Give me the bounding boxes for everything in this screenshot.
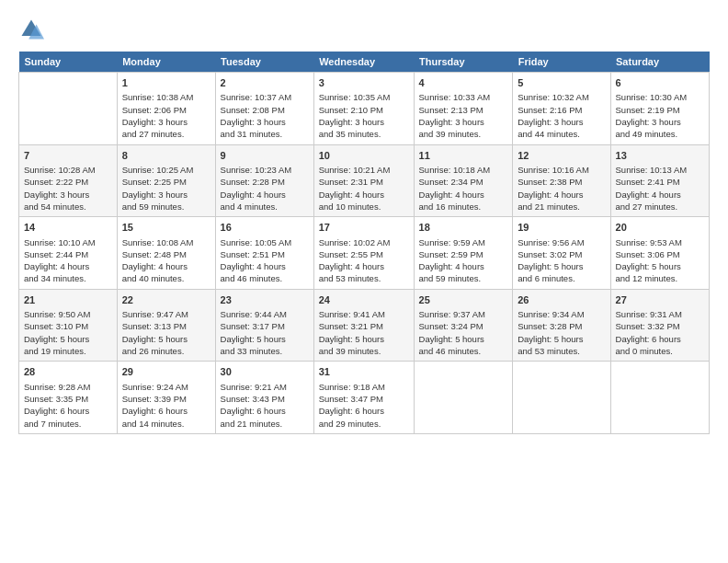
cell-content-line: Daylight: 4 hours (319, 189, 409, 201)
cell-content-line: Daylight: 3 hours (518, 116, 605, 128)
cell-content-line: Daylight: 5 hours (319, 333, 409, 345)
day-number: 25 (419, 293, 508, 307)
cell-content-line: Daylight: 4 hours (518, 189, 605, 201)
cell-content-line: Daylight: 6 hours (122, 405, 210, 417)
cell-content-line: Sunset: 3:28 PM (518, 320, 605, 332)
cell-content-line: and 39 minutes. (419, 128, 508, 140)
cell-content-line: and 53 minutes. (518, 345, 605, 357)
day-number: 14 (24, 221, 112, 235)
calendar-cell: 30Sunrise: 9:21 AMSunset: 3:43 PMDayligh… (215, 362, 313, 434)
day-number: 27 (616, 293, 704, 307)
week-row-3: 14Sunrise: 10:10 AMSunset: 2:44 PMDaylig… (19, 217, 710, 290)
cell-content-line: Sunset: 3:13 PM (122, 320, 210, 332)
cell-content-line: and 27 minutes. (616, 201, 704, 213)
cell-content-line: Sunset: 2:13 PM (419, 104, 508, 116)
header (18, 17, 710, 42)
calendar-cell: 6Sunrise: 10:30 AMSunset: 2:19 PMDayligh… (610, 73, 709, 145)
cell-content-line: Sunset: 2:41 PM (616, 176, 704, 188)
day-number: 28 (24, 365, 112, 379)
calendar-cell (610, 362, 709, 434)
day-number: 26 (518, 293, 605, 307)
day-number: 1 (122, 76, 210, 90)
cell-content-line: Sunrise: 10:08 AM (122, 236, 210, 248)
cell-content-line: Sunrise: 9:31 AM (616, 308, 704, 320)
cell-content-line: and 21 minutes. (221, 418, 309, 430)
week-row-5: 28Sunrise: 9:28 AMSunset: 3:35 PMDayligh… (19, 362, 710, 434)
cell-content-line: Sunset: 3:17 PM (221, 320, 309, 332)
cell-content-line: Sunrise: 10:25 AM (122, 164, 210, 176)
calendar-cell: 2Sunrise: 10:37 AMSunset: 2:08 PMDayligh… (215, 73, 313, 145)
calendar-cell: 11Sunrise: 10:18 AMSunset: 2:34 PMDaylig… (414, 144, 513, 217)
day-number: 8 (122, 149, 210, 163)
cell-content-line: Daylight: 3 hours (24, 189, 112, 201)
cell-content-line: Sunset: 3:21 PM (319, 320, 409, 332)
cell-content-line: Sunrise: 9:21 AM (221, 381, 309, 393)
cell-content-line: Daylight: 5 hours (419, 333, 508, 345)
cell-content-line: Daylight: 4 hours (419, 189, 508, 201)
cell-content-line: and 44 minutes. (518, 128, 605, 140)
cell-content-line: Sunset: 2:51 PM (221, 248, 309, 260)
cell-content-line: and 4 minutes. (221, 201, 309, 213)
cell-content-line: Daylight: 6 hours (319, 405, 409, 417)
calendar-cell: 21Sunrise: 9:50 AMSunset: 3:10 PMDayligh… (19, 289, 118, 362)
cell-content-line: Sunrise: 9:41 AM (319, 308, 409, 320)
cell-content-line: Sunrise: 10:16 AM (518, 164, 605, 176)
cell-content-line: Sunset: 3:32 PM (616, 320, 704, 332)
calendar-page: SundayMondayTuesdayWednesdayThursdayFrid… (0, 0, 728, 563)
cell-content-line: Daylight: 5 hours (616, 260, 704, 272)
calendar-cell: 5Sunrise: 10:32 AMSunset: 2:16 PMDayligh… (513, 73, 610, 145)
cell-content-line: Sunset: 2:16 PM (518, 104, 605, 116)
cell-content-line: and 19 minutes. (24, 345, 112, 357)
week-row-4: 21Sunrise: 9:50 AMSunset: 3:10 PMDayligh… (19, 289, 710, 362)
cell-content-line: and 34 minutes. (24, 272, 112, 284)
calendar-cell: 14Sunrise: 10:10 AMSunset: 2:44 PMDaylig… (19, 217, 118, 290)
calendar-table: SundayMondayTuesdayWednesdayThursdayFrid… (18, 52, 710, 434)
logo (18, 17, 48, 42)
cell-content-line: Daylight: 3 hours (221, 116, 309, 128)
cell-content-line: Sunset: 2:48 PM (122, 248, 210, 260)
day-number: 29 (122, 365, 210, 379)
calendar-cell: 19Sunrise: 9:56 AMSunset: 3:02 PMDayligh… (513, 217, 610, 290)
day-number: 4 (419, 76, 508, 90)
day-number: 10 (319, 149, 409, 163)
calendar-cell: 9Sunrise: 10:23 AMSunset: 2:28 PMDayligh… (215, 144, 313, 217)
day-number: 31 (319, 365, 409, 379)
day-number: 15 (122, 221, 210, 235)
cell-content-line: and 46 minutes. (419, 345, 508, 357)
calendar-cell: 13Sunrise: 10:13 AMSunset: 2:41 PMDaylig… (610, 144, 709, 217)
calendar-cell: 15Sunrise: 10:08 AMSunset: 2:48 PMDaylig… (117, 217, 215, 290)
calendar-cell: 29Sunrise: 9:24 AMSunset: 3:39 PMDayligh… (117, 362, 215, 434)
calendar-cell: 26Sunrise: 9:34 AMSunset: 3:28 PMDayligh… (513, 289, 610, 362)
cell-content-line: and 40 minutes. (122, 272, 210, 284)
cell-content-line: Sunset: 3:24 PM (419, 320, 508, 332)
cell-content-line: and 0 minutes. (616, 345, 704, 357)
calendar-cell (513, 362, 610, 434)
calendar-cell: 31Sunrise: 9:18 AMSunset: 3:47 PMDayligh… (313, 362, 414, 434)
day-number: 9 (221, 149, 309, 163)
cell-content-line: Daylight: 5 hours (24, 333, 112, 345)
cell-content-line: Daylight: 4 hours (616, 189, 704, 201)
cell-content-line: Sunrise: 10:32 AM (518, 91, 605, 103)
cell-content-line: and 31 minutes. (221, 128, 309, 140)
cell-content-line: Sunrise: 10:28 AM (24, 164, 112, 176)
calendar-cell: 17Sunrise: 10:02 AMSunset: 2:55 PMDaylig… (313, 217, 414, 290)
calendar-cell: 8Sunrise: 10:25 AMSunset: 2:25 PMDayligh… (117, 144, 215, 217)
cell-content-line: and 59 minutes. (122, 201, 210, 213)
cell-content-line: and 6 minutes. (518, 272, 605, 284)
cell-content-line: Sunrise: 9:59 AM (419, 236, 508, 248)
cell-content-line: Sunrise: 9:47 AM (122, 308, 210, 320)
cell-content-line: Sunset: 2:44 PM (24, 248, 112, 260)
week-row-1: 1Sunrise: 10:38 AMSunset: 2:06 PMDayligh… (19, 73, 710, 145)
calendar-cell: 4Sunrise: 10:33 AMSunset: 2:13 PMDayligh… (414, 73, 513, 145)
cell-content-line: Daylight: 6 hours (221, 405, 309, 417)
cell-content-line: Sunrise: 9:56 AM (518, 236, 605, 248)
calendar-cell (414, 362, 513, 434)
cell-content-line: and 12 minutes. (616, 272, 704, 284)
calendar-cell: 23Sunrise: 9:44 AMSunset: 3:17 PMDayligh… (215, 289, 313, 362)
cell-content-line: Sunrise: 10:37 AM (221, 91, 309, 103)
cell-content-line: Daylight: 4 hours (221, 189, 309, 201)
cell-content-line: Sunrise: 10:10 AM (24, 236, 112, 248)
cell-content-line: Sunset: 2:22 PM (24, 176, 112, 188)
cell-content-line: and 27 minutes. (122, 128, 210, 140)
day-number: 13 (616, 149, 704, 163)
